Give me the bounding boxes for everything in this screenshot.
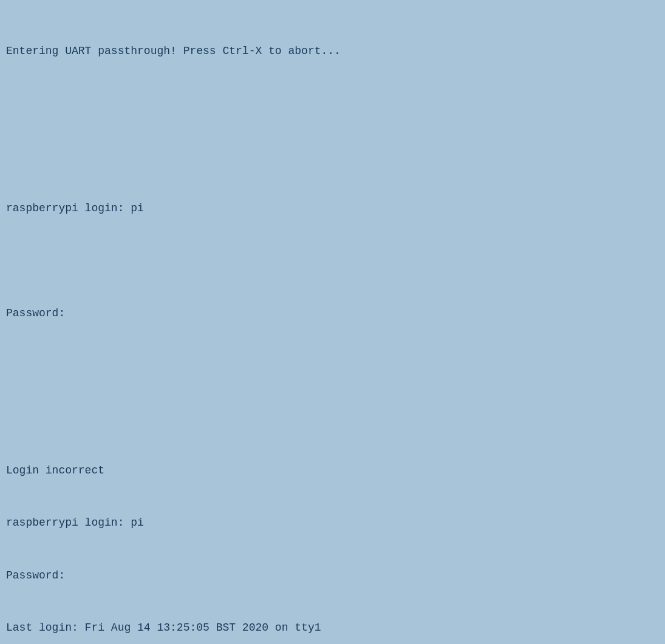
line-password1: Password: — [6, 305, 659, 322]
blank-1 — [6, 95, 659, 112]
blank-5 — [6, 409, 659, 427]
line-last-login: Last login: Fri Aug 14 13:25:05 BST 2020… — [6, 619, 659, 637]
blank-4 — [6, 357, 659, 375]
line-login2: raspberrypi login: pi — [6, 514, 659, 532]
terminal-output: Entering UART passthrough! Press Ctrl-X … — [6, 7, 659, 644]
line-login-incorrect: Login incorrect — [6, 462, 659, 480]
line-uart: Entering UART passthrough! Press Ctrl-X … — [6, 42, 659, 60]
blank-2 — [6, 147, 659, 164]
line-login1: raspberrypi login: pi — [6, 200, 659, 217]
blank-3 — [6, 252, 659, 269]
line-password2: Password: — [6, 567, 659, 585]
